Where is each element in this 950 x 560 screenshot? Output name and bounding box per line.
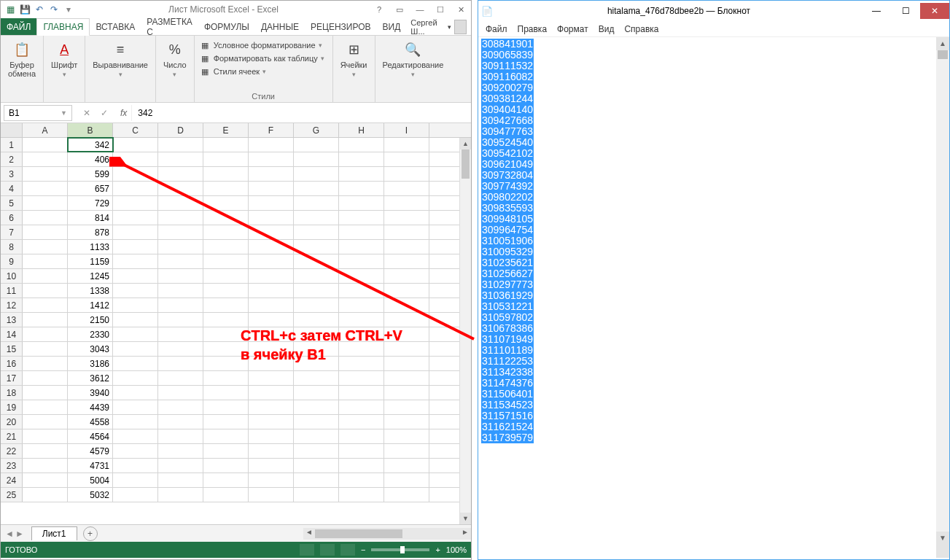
cell[interactable] <box>23 357 68 370</box>
cell[interactable] <box>384 298 429 312</box>
cell[interactable] <box>203 182 249 195</box>
cell[interactable] <box>158 327 203 341</box>
tab-data[interactable]: ДАННЫЕ <box>255 18 305 35</box>
cell[interactable] <box>249 459 294 472</box>
cell[interactable] <box>384 167 429 181</box>
cell[interactable] <box>113 488 158 502</box>
row-header[interactable]: 6 <box>1 211 23 225</box>
cell[interactable] <box>294 313 339 327</box>
menu-file[interactable]: Файл <box>486 24 507 34</box>
cell[interactable] <box>249 386 294 400</box>
cell[interactable]: 4439 <box>68 400 113 414</box>
font-button[interactable]: А Шрифт ▾ <box>48 39 80 79</box>
save-icon[interactable]: 💾 <box>18 3 31 16</box>
scroll-down-icon[interactable]: ▼ <box>936 532 949 545</box>
row-header[interactable]: 13 <box>1 313 23 327</box>
cell[interactable] <box>113 429 158 443</box>
cell[interactable] <box>203 415 249 429</box>
cell[interactable] <box>23 240 68 254</box>
select-all-corner[interactable] <box>1 123 23 137</box>
cell[interactable] <box>203 152 249 166</box>
format-as-table-button[interactable]: ▦Форматировать как таблицу▾ <box>199 52 324 65</box>
cell[interactable]: 3043 <box>68 342 113 356</box>
cell[interactable] <box>113 152 158 166</box>
column-header[interactable]: C <box>113 123 158 137</box>
cell[interactable] <box>339 313 384 327</box>
cell[interactable] <box>203 444 249 458</box>
row-header[interactable]: 23 <box>1 459 23 472</box>
cell[interactable]: 657 <box>68 182 113 195</box>
row-header[interactable]: 1 <box>1 138 23 152</box>
cell[interactable]: 814 <box>68 211 113 225</box>
zoom-out-icon[interactable]: − <box>361 545 365 554</box>
column-header[interactable]: E <box>203 123 249 137</box>
tab-formulas[interactable]: ФОРМУЛЫ <box>198 18 255 35</box>
menu-help[interactable]: Справка <box>624 24 658 34</box>
number-button[interactable]: % Число ▾ <box>160 39 190 79</box>
cell[interactable] <box>203 327 249 341</box>
cell[interactable] <box>113 225 158 239</box>
cell[interactable] <box>339 371 384 385</box>
cell[interactable] <box>203 284 249 298</box>
grid-body[interactable]: 1342240635994657572968147878811339115910… <box>1 138 471 502</box>
row-header[interactable]: 24 <box>1 473 23 487</box>
cell[interactable] <box>158 415 203 429</box>
cell[interactable] <box>158 196 203 210</box>
cell[interactable] <box>203 254 249 268</box>
cell[interactable] <box>384 225 429 239</box>
cell[interactable] <box>249 313 294 327</box>
cell[interactable] <box>23 400 68 414</box>
cell[interactable] <box>384 138 429 152</box>
cell[interactable] <box>23 444 68 458</box>
fx-icon[interactable]: fx <box>116 108 131 118</box>
cell[interactable] <box>113 284 158 298</box>
cell[interactable]: 3612 <box>68 371 113 385</box>
row-header[interactable]: 9 <box>1 254 23 268</box>
cell[interactable] <box>384 254 429 268</box>
cell[interactable] <box>203 429 249 443</box>
column-header[interactable]: H <box>339 123 384 137</box>
normal-view-icon[interactable] <box>300 544 314 556</box>
cell[interactable] <box>203 400 249 414</box>
cell[interactable] <box>249 284 294 298</box>
cell[interactable] <box>158 240 203 254</box>
cell[interactable]: 2150 <box>68 313 113 327</box>
cell[interactable] <box>23 269 68 283</box>
horizontal-scrollbar[interactable]: ◄ ► <box>303 528 471 540</box>
cell[interactable] <box>113 357 158 370</box>
cell[interactable] <box>23 459 68 472</box>
user-account[interactable]: Сергей Ш... ▾ <box>406 18 471 35</box>
cell[interactable] <box>339 254 384 268</box>
cell[interactable] <box>23 429 68 443</box>
cell[interactable]: 1338 <box>68 284 113 298</box>
cell[interactable] <box>339 459 384 472</box>
cell[interactable] <box>113 167 158 181</box>
page-layout-view-icon[interactable] <box>320 544 335 556</box>
cell[interactable] <box>158 357 203 370</box>
cell[interactable]: 3940 <box>68 386 113 400</box>
cell[interactable] <box>158 167 203 181</box>
cell[interactable] <box>158 138 203 152</box>
cell[interactable] <box>158 342 203 356</box>
cell[interactable]: 406 <box>68 152 113 166</box>
cell[interactable] <box>23 196 68 210</box>
cell[interactable]: 878 <box>68 225 113 239</box>
cell[interactable] <box>294 327 339 341</box>
column-header[interactable]: G <box>294 123 339 137</box>
cell[interactable] <box>339 488 384 502</box>
close-icon[interactable]: ✕ <box>920 3 949 19</box>
cell[interactable] <box>384 211 429 225</box>
cell[interactable] <box>249 298 294 312</box>
sheet-tab[interactable]: Лист1 <box>31 526 77 540</box>
cell[interactable] <box>384 488 429 502</box>
row-header[interactable]: 4 <box>1 182 23 195</box>
cell[interactable] <box>23 254 68 268</box>
cell[interactable] <box>113 459 158 472</box>
row-header[interactable]: 15 <box>1 342 23 356</box>
maximize-icon[interactable]: ☐ <box>891 3 920 19</box>
cell[interactable] <box>294 459 339 472</box>
cell[interactable] <box>249 254 294 268</box>
cell[interactable]: 3186 <box>68 357 113 370</box>
cell[interactable] <box>113 415 158 429</box>
cell[interactable]: 4564 <box>68 429 113 443</box>
